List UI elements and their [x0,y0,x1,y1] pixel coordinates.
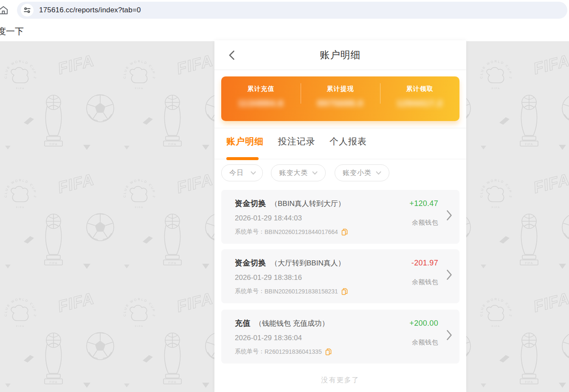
page-title: 账户明细 [320,48,361,62]
transaction-detail: （BBIN真人转到大厅） [270,199,345,209]
totals-card: 累计充值 1134884.6 累计提现 8975688.0 累计领取 12944… [221,76,459,121]
address-bar[interactable]: 175616.cc/reports/index?tab=0 [17,2,567,19]
transaction-row[interactable]: 资金切换 （BBIN真人转到大厅） 2026-01-29 18:44:03 系统… [221,190,459,244]
transaction-row[interactable]: 资金切换 （大厅转到BBIN真人） 2026-01-29 18:38:16 系统… [221,249,459,303]
site-settings-icon[interactable] [21,4,34,17]
transaction-detail: （钱能钱包 充值成功） [255,319,329,328]
back-button[interactable] [226,49,238,61]
app-header: 账户明细 [214,40,466,70]
filter-date-dropdown[interactable]: 今日 [221,164,263,181]
transaction-list: 资金切换 （BBIN真人转到大厅） 2026-01-29 18:44:03 系统… [214,187,466,364]
transaction-detail: （大厅转到BBIN真人） [270,258,345,268]
order-number: R2601291836041335 [265,348,322,355]
order-label: 系统单号： [235,228,265,236]
total-withdraw: 累计提现 8975688.0 [301,76,380,121]
total-claim-label: 累计领取 [380,85,459,93]
filters-bar: 今日 账变大类 账变小类 [214,159,466,187]
tab-account-detail[interactable]: 账户明细 [226,135,264,147]
chevron-right-icon [446,269,452,280]
total-deposit-value-blurred: 1134884.6 [221,98,301,108]
chevron-down-icon [376,171,381,175]
copy-icon[interactable] [341,228,348,236]
active-tab-underline [226,157,259,160]
chevron-right-icon [446,330,452,341]
summary-section: 累计充值 1134884.6 累计提现 8975688.0 累计领取 12944… [214,70,466,128]
order-label: 系统单号： [235,288,265,295]
transaction-amount: +200.00 [409,319,438,328]
wallet-label: 余额钱包 [409,338,438,347]
clipped-page-text: 度一下 [0,25,24,37]
end-of-list-text: 没有更多了 [214,369,466,389]
wallet-label: 余额钱包 [409,219,438,227]
chevron-down-icon [251,171,256,175]
copy-icon[interactable] [341,288,348,295]
transaction-amount: -201.97 [411,259,438,268]
transaction-row[interactable]: 充值 （钱能钱包 充值成功） 2026-01-29 18:36:04 系统单号：… [221,310,459,364]
tab-personal-report[interactable]: 个人报表 [330,135,367,147]
browser-toolbar: 175616.cc/reports/index?tab=0 [0,0,569,20]
transaction-datetime: 2026-01-29 18:36:04 [235,334,438,342]
url-text[interactable]: 175616.cc/reports/index?tab=0 [39,6,141,14]
total-withdraw-label: 累计提现 [301,85,380,93]
home-icon[interactable] [0,5,9,17]
transaction-datetime: 2026-01-29 18:44:03 [235,214,438,223]
total-claim-value-blurred: 1294417.2 [380,98,459,108]
filter-minor-category-label: 账变小类 [343,169,372,178]
copy-icon[interactable] [325,348,332,355]
order-number: BBIN202601291838158231 [265,288,338,295]
page-top-strip: 度一下 [0,20,569,41]
tab-bet-records[interactable]: 投注记录 [278,135,315,147]
filter-major-category-label: 账变大类 [279,169,308,178]
tabs-bar: 账户明细 投注记录 个人报表 [214,128,466,159]
transaction-datetime: 2026-01-29 18:38:16 [235,274,438,282]
transaction-amount: +120.47 [409,199,438,208]
chevron-right-icon [446,210,452,221]
total-deposit: 累计充值 1134884.6 [221,76,301,121]
filter-date-label: 今日 [229,169,244,178]
total-claim: 累计领取 1294417.2 [380,76,459,121]
filter-minor-category-dropdown[interactable]: 账变小类 [335,164,389,181]
account-detail-panel: 账户明细 累计充值 1134884.6 累计提现 8975688.0 累计领取 … [214,40,466,392]
order-number: BBIN202601291844017664 [265,228,338,235]
transaction-type: 充值 [235,318,251,328]
wallet-label: 余额钱包 [411,278,438,286]
transaction-type: 资金切换 [235,258,266,268]
order-label: 系统单号： [235,348,265,355]
filter-major-category-dropdown[interactable]: 账变大类 [271,164,326,181]
total-deposit-label: 累计充值 [221,85,301,93]
total-withdraw-value-blurred: 8975688.0 [301,98,380,108]
chevron-down-icon [312,171,318,175]
transaction-type: 资金切换 [235,198,266,209]
